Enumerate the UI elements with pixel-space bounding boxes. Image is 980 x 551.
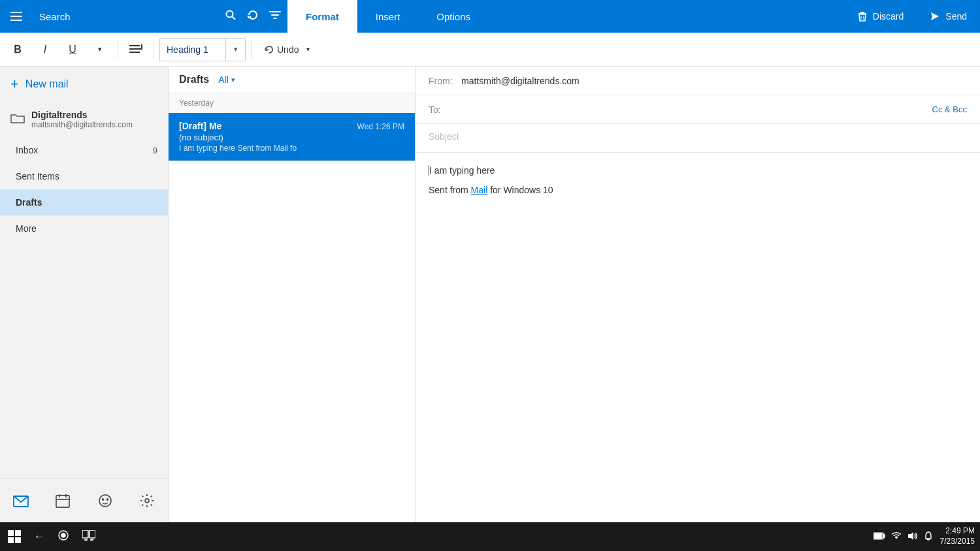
mail-list-title: Drafts [179, 74, 209, 86]
text-format-dropdown-arrow[interactable]: ▾ [88, 37, 112, 62]
svg-rect-6 [271, 14, 279, 16]
bold-button[interactable]: B [5, 37, 30, 62]
from-field: From: mattsmith@digitaltrends.com [416, 67, 980, 95]
svg-rect-7 [273, 18, 277, 19]
body-line-1: I am typing here [429, 163, 967, 178]
tab-format[interactable]: Format [287, 0, 357, 33]
new-mail-plus-icon: + [10, 77, 19, 91]
search-icon[interactable] [225, 9, 237, 24]
battery-icon [874, 531, 885, 543]
search-label: Search [39, 11, 220, 22]
calendar-nav-button[interactable] [46, 484, 79, 517]
folder-icon [10, 112, 25, 127]
underline-button[interactable]: U [60, 37, 85, 62]
hamburger-menu[interactable] [0, 0, 33, 33]
to-input[interactable] [461, 104, 932, 115]
from-value: mattsmith@digitaltrends.com [461, 76, 967, 86]
taskbar-clock: 2:49 PM 7/23/2015 [940, 526, 975, 546]
account-section[interactable]: Digitaltrends mattsmith@digitaltrends.co… [0, 102, 168, 137]
filter-chevron-icon: ▾ [231, 76, 235, 84]
compose-panel: From: mattsmith@digitaltrends.com To: Cc… [416, 67, 980, 522]
mail-item-draft1[interactable]: [Draft] Me Wed 1:26 PM (no subject) I am… [169, 113, 415, 161]
svg-rect-31 [84, 539, 88, 541]
sidebar-item-drafts[interactable]: Drafts [0, 189, 168, 215]
svg-rect-34 [883, 534, 885, 538]
svg-line-4 [233, 17, 236, 20]
filter-icon[interactable] [269, 9, 281, 24]
sidebar-item-inbox[interactable]: Inbox 9 [0, 137, 168, 163]
svg-rect-19 [56, 496, 69, 507]
svg-rect-1 [10, 16, 22, 17]
from-label: From: [429, 76, 461, 86]
discard-label: Discard [873, 11, 904, 22]
svg-rect-14 [129, 45, 140, 46]
svg-rect-16 [129, 52, 140, 53]
mail-link[interactable]: Mail [471, 185, 488, 195]
wifi-icon [890, 531, 902, 543]
svg-rect-32 [90, 539, 93, 541]
mail-nav-button[interactable] [5, 484, 37, 517]
sync-icon[interactable] [247, 9, 259, 24]
to-label: To: [429, 104, 461, 115]
svg-rect-8 [860, 12, 864, 13]
send-button[interactable]: Send [917, 0, 980, 33]
svg-rect-30 [90, 530, 95, 538]
settings-nav-button[interactable] [131, 484, 163, 517]
mail-sender: [Draft] Me [179, 121, 221, 131]
svg-marker-17 [141, 44, 142, 49]
new-mail-button[interactable]: + New mail [0, 67, 168, 102]
discard-button[interactable]: Discard [844, 0, 917, 33]
body-line-2: Sent from Mail for Windows 10 [429, 183, 967, 197]
windows-logo [8, 530, 21, 543]
svg-point-3 [227, 11, 233, 18]
inbox-badge: 9 [153, 146, 157, 155]
italic-button[interactable]: I [33, 37, 57, 62]
start-button[interactable] [5, 527, 24, 546]
account-email: mattsmith@digitaltrends.com [31, 120, 133, 129]
sidebar-item-more[interactable]: More [0, 215, 168, 242]
compose-body[interactable]: I am typing here Sent from Mail for Wind… [416, 153, 980, 522]
taskbar-cortana-button[interactable] [55, 527, 72, 546]
heading-dropdown-arrow[interactable]: ▾ [225, 38, 245, 61]
undo-dropdown-arrow[interactable]: ▾ [301, 38, 314, 61]
taskbar-sys-tray: 2:49 PM 7/23/2015 [874, 526, 975, 546]
taskbar-back-button[interactable]: ← [31, 528, 47, 545]
volume-icon [907, 531, 918, 543]
filter-button[interactable]: All ▾ [214, 73, 239, 86]
svg-rect-15 [129, 48, 142, 50]
divider-1 [118, 40, 118, 59]
undo-button[interactable]: Undo ▾ [257, 38, 321, 61]
send-label: Send [945, 11, 967, 22]
emoji-nav-button[interactable] [89, 484, 122, 517]
svg-point-25 [106, 499, 108, 500]
divider-2 [154, 40, 154, 59]
to-field[interactable]: To: Cc & Bcc [416, 95, 980, 124]
svg-point-24 [102, 499, 103, 500]
account-name: Digitaltrends [31, 110, 133, 120]
tab-options[interactable]: Options [418, 0, 489, 33]
cc-bcc-button[interactable]: Cc & Bcc [932, 104, 967, 114]
heading-dropdown[interactable]: Heading 1 ▾ [159, 38, 246, 61]
mail-preview: I am typing here Sent from Mail fo [179, 144, 388, 153]
svg-rect-35 [874, 533, 882, 539]
svg-rect-0 [10, 12, 22, 13]
svg-point-26 [145, 499, 149, 503]
svg-marker-36 [908, 532, 913, 540]
sidebar-item-sent[interactable]: Sent Items [0, 163, 168, 189]
account-info: Digitaltrends mattsmith@digitaltrends.co… [31, 110, 133, 129]
taskbar-task-view-button[interactable] [80, 527, 98, 546]
svg-point-23 [99, 495, 111, 507]
undo-label: Undo [277, 44, 299, 55]
svg-rect-2 [10, 20, 22, 21]
rtl-align-button[interactable] [123, 37, 148, 62]
subject-field[interactable]: Subject [416, 124, 980, 153]
mail-date-header: Yesterday [169, 93, 415, 113]
mail-subject: (no subject) [179, 133, 404, 142]
notification-icon [923, 531, 934, 543]
mail-list-header: Drafts All ▾ [169, 67, 415, 93]
new-mail-label: New mail [25, 78, 69, 90]
tab-insert[interactable]: Insert [357, 0, 419, 33]
heading-label: Heading 1 [160, 44, 225, 55]
sidebar-footer [0, 479, 168, 522]
mail-time: Wed 1:26 PM [357, 122, 404, 131]
